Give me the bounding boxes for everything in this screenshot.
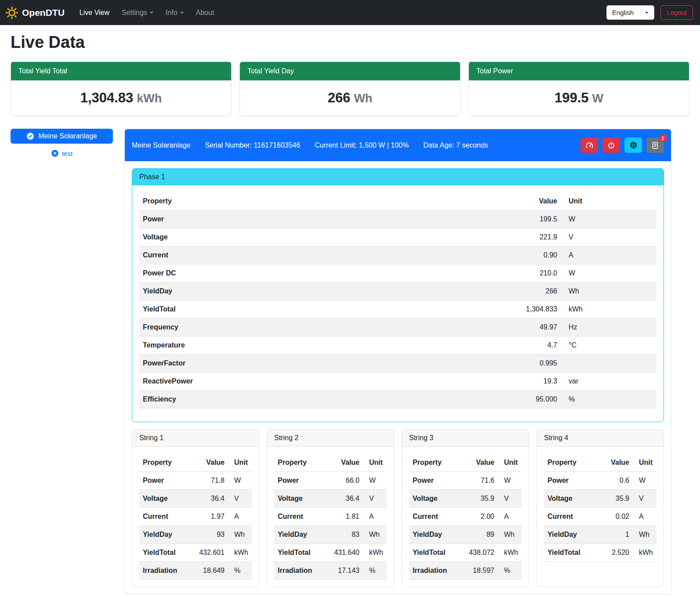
chevron-down-icon (645, 12, 649, 14)
string-card-3: String 3 Property Value Unit (402, 429, 529, 587)
card-body: 1,304.83kWh (11, 80, 231, 116)
card-unit: kWh (137, 92, 162, 105)
table-row: YieldTotal1,304.833kWh (139, 300, 656, 318)
table-row: Frequency49.97Hz (139, 318, 656, 336)
nav-live-view[interactable]: Live View (74, 5, 115, 20)
x-circle-icon (51, 149, 59, 157)
table-header-row: Property Value Unit (274, 454, 387, 472)
column-unit: Unit (561, 192, 656, 210)
strings-row: String 1 Property Value Unit (132, 429, 664, 587)
current-limit: Current Limit: 1,500 W | 100% (315, 141, 409, 149)
nav-info[interactable]: Info (160, 5, 189, 20)
top-navbar: OpenDTU Live View Settings Info About En… (0, 0, 700, 25)
inverter-item-test[interactable]: test (11, 149, 113, 157)
phase-title: Phase 1 (132, 169, 664, 185)
string-title: String 1 (132, 430, 259, 447)
table-header-row: Property Value Unit (139, 192, 656, 210)
table-row: ReactivePower19.3var (139, 373, 656, 391)
language-value: English (612, 9, 634, 16)
card-title: Total Power (469, 62, 689, 80)
string-table: Property Value Unit Power66.0W Voltage36… (274, 454, 387, 580)
table-row: Current1.97A (139, 508, 252, 526)
table-row: Voltage36.4V (139, 490, 252, 508)
power-toggle-button[interactable] (602, 137, 620, 153)
table-row: YieldTotal2.520kWh (544, 544, 656, 562)
string-title: String 3 (402, 430, 529, 447)
table-row: Irradiation18.649% (139, 562, 252, 580)
table-row: Current1.81A (274, 508, 387, 526)
table-row: Current0.02A (544, 508, 656, 526)
string-table: Property Value Unit Power71.8W Voltage36… (139, 454, 252, 580)
table-row: YieldDay93Wh (139, 526, 252, 544)
table-row: Power71.6W (409, 472, 522, 490)
table-row: PowerFactor0.995 (139, 355, 656, 373)
table-row: Power66.0W (274, 472, 387, 490)
table-row: Power DC210.0W (139, 264, 656, 282)
nav-about[interactable]: About (191, 5, 220, 20)
brand-logo[interactable]: OpenDTU (5, 6, 65, 19)
inverter-select-label: Meine Solaranlage (38, 132, 97, 140)
inverter-panel-header: Meine Solaranlage Serial Number: 1161716… (125, 129, 671, 161)
table-row: Voltage221.9V (139, 228, 656, 246)
string-card-4: String 4 Property Value Unit (537, 429, 664, 587)
table-row: Irradiation18.597% (409, 562, 522, 580)
table-row: YieldTotal438.072kWh (409, 544, 522, 562)
card-unit: W (592, 92, 603, 105)
nav-settings[interactable]: Settings (116, 5, 159, 20)
table-row: Voltage36.4V (274, 490, 387, 508)
chevron-down-icon (150, 12, 153, 14)
chevron-down-icon (180, 12, 184, 14)
card-title: Total Yield Day (240, 62, 460, 80)
inverter-select-button[interactable]: Meine Solaranlage (11, 129, 113, 144)
table-header-row: Property Value Unit (139, 454, 252, 472)
power-icon (607, 141, 615, 149)
table-row: Irradiation17.143% (274, 562, 387, 580)
language-select[interactable]: English (606, 5, 654, 20)
table-row: YieldDay89Wh (409, 526, 522, 544)
column-property: Property (139, 192, 392, 210)
table-row: Power71.8W (139, 472, 252, 490)
brand-name: OpenDTU (22, 7, 65, 18)
event-log-button[interactable]: 2 (646, 137, 664, 153)
table-row: YieldDay1Wh (544, 526, 656, 544)
column-value: Value (392, 192, 561, 210)
device-info-button[interactable] (624, 137, 642, 153)
table-row: Power0.6W (544, 472, 656, 490)
string-table: Property Value Unit Power0.6W Voltage35.… (544, 454, 656, 562)
inverter-sidebar: Meine Solaranlage test (11, 129, 113, 157)
card-title: Total Yield Total (11, 62, 231, 80)
card-total-yield-day: Total Yield Day 266Wh (239, 62, 461, 116)
table-row: YieldDay266Wh (139, 282, 656, 300)
table-row: Efficiency95.000% (139, 391, 656, 409)
table-row: Voltage35.9V (409, 490, 522, 508)
inverter-name: Meine Solaranlage (132, 141, 190, 149)
panel-action-buttons: 2 (580, 137, 664, 153)
limit-settings-button[interactable] (580, 137, 598, 153)
table-row: Current2.00A (409, 508, 522, 526)
string-table: Property Value Unit Power71.6W Voltage35… (409, 454, 522, 580)
string-card-1: String 1 Property Value Unit (132, 429, 259, 587)
page-title: Live Data (11, 33, 689, 52)
inverter-panel-body: Phase 1 Property Value Unit Power199.5W (125, 161, 671, 594)
main-nav: Live View Settings Info About (74, 5, 220, 20)
check-circle-icon (26, 132, 34, 140)
journal-list-icon (651, 141, 659, 149)
inverter-panel: Meine Solaranlage Serial Number: 1161716… (124, 129, 671, 595)
string-card-2: String 2 Property Value Unit (267, 429, 394, 587)
table-row: YieldTotal431.640kWh (274, 544, 387, 562)
string-title: String 4 (537, 430, 664, 447)
table-row: Power199.5W (139, 210, 656, 228)
table-row: Temperature4.7°C (139, 336, 656, 355)
card-value: 199.5 (555, 90, 589, 105)
phase-table: Property Value Unit Power199.5W Voltage2… (139, 192, 656, 409)
card-total-yield-total: Total Yield Total 1,304.83kWh (11, 62, 232, 116)
event-count-badge: 2 (659, 134, 667, 142)
card-unit: Wh (354, 92, 372, 105)
data-age: Data Age: 7 seconds (423, 141, 488, 149)
string-title: String 2 (267, 430, 394, 447)
sun-logo-icon (5, 6, 18, 19)
logout-button[interactable]: Logout (660, 5, 693, 20)
card-value: 1,304.83 (80, 90, 134, 105)
table-header-row: Property Value Unit (409, 454, 522, 472)
card-total-power: Total Power 199.5W (468, 62, 689, 116)
